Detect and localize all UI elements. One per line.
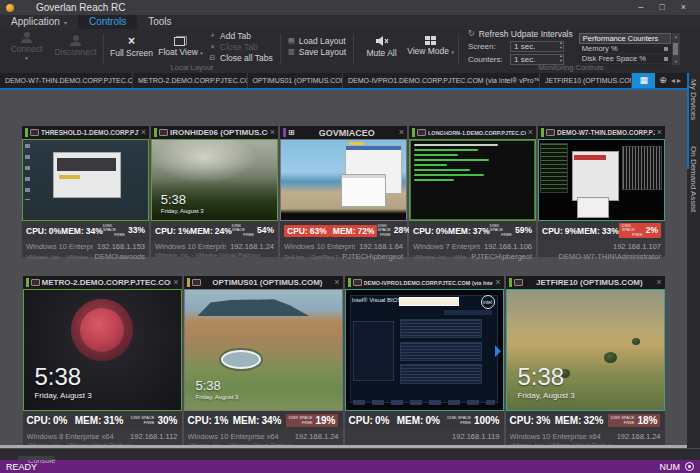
remote-screen[interactable]: 5:38Friday, August 3 bbox=[184, 289, 343, 411]
tile-title: DEMO-IVPRO1.DEMO.CORP.PJTEC.COM (via Int… bbox=[364, 280, 494, 286]
device-tile-demo-w7-thin[interactable]: DEMO-W7-THIN.DEMO.CORP.PJTEC.COM × CPU:9… bbox=[538, 126, 665, 257]
disconnect-button[interactable]: Disconnect bbox=[51, 29, 100, 64]
full-screen-button[interactable]: × Full Screen bbox=[107, 29, 156, 64]
tab-demo-w7-thin[interactable]: DEMO-W7-THIN.DEMO.CORP.PJTEC.COM bbox=[0, 73, 133, 88]
device-tile-metro-2[interactable]: METRO-2.DEMO.CORP.PJTEC.COM × 5:38Friday… bbox=[23, 276, 182, 447]
tab-metro-2[interactable]: METRO-2.DEMO.CORP.PJTEC.COM bbox=[133, 73, 248, 88]
tile-titlebar: JETFIRE10 (OPTIMUS.COM) × bbox=[506, 276, 665, 289]
menu-controls[interactable]: Controls bbox=[78, 15, 137, 29]
close-icon[interactable]: × bbox=[334, 278, 339, 287]
remote-screen[interactable] bbox=[22, 139, 149, 221]
rail-my-devices[interactable]: My Devices bbox=[689, 79, 698, 120]
maximize-icon[interactable]: □ bbox=[659, 3, 664, 12]
menu-application[interactable]: Application▾ bbox=[0, 15, 78, 29]
disk-stat: DISK SPACEFREE28% bbox=[377, 224, 410, 237]
close-icon[interactable]: × bbox=[399, 128, 404, 137]
rail-on-demand-assist[interactable]: On Demand Assist bbox=[689, 146, 698, 212]
checkbox-icon[interactable] bbox=[664, 47, 668, 51]
grid-overview-button[interactable]: ▦ bbox=[632, 73, 655, 88]
remote-command-prompt[interactable] bbox=[409, 139, 536, 221]
device-tile-demo-ivpro1[interactable]: DEMO-IVPRO1.DEMO.CORP.PJTEC.COM (via Int… bbox=[345, 276, 504, 447]
remote-screen[interactable]: 5:38Friday, August 3 bbox=[151, 139, 278, 221]
add-session-button[interactable]: ⊕ bbox=[655, 73, 671, 88]
logged-user: PJTECH\pbergeot bbox=[471, 252, 532, 261]
close-icon[interactable]: × bbox=[495, 278, 500, 287]
tile-info: Windows 10 Enterprise x64192.168.1.153 V… bbox=[22, 240, 149, 257]
desktop-icons bbox=[25, 144, 30, 200]
tile-title: IRONHIDE06 (OPTIMUS.COM) bbox=[170, 128, 268, 137]
tab-scroll-arrows[interactable]: ◂▸ bbox=[671, 73, 687, 88]
tile-titlebar: DEMO-W7-THIN.DEMO.CORP.PJTEC.COM × bbox=[538, 126, 665, 139]
checkbox-icon[interactable] bbox=[664, 57, 668, 61]
device-tile-jetfire10[interactable]: JETFIRE10 (OPTIMUS.COM) × 5:38Friday, Au… bbox=[506, 276, 665, 447]
mem-stat: MEM:37% bbox=[448, 226, 490, 236]
cpu-stat: CPU:9% bbox=[542, 226, 577, 236]
tile-title: LONGHORN-1.DEMO.CORP.PJTEC.COM (via Remo… bbox=[428, 130, 526, 136]
device-grid: THRESHOLD-1.DEMO.CORP.PJTEC.COM × CPU:0%… bbox=[0, 90, 687, 448]
device-tile-longhorn-1[interactable]: LONGHORN-1.DEMO.CORP.PJTEC.COM (via Remo… bbox=[409, 126, 536, 257]
menu-tools[interactable]: Tools bbox=[137, 15, 182, 29]
monitor-icon bbox=[546, 129, 555, 136]
float-view-button[interactable]: Float View ▾ bbox=[156, 29, 205, 64]
tab-optimus01[interactable]: OPTIMUS01 (OPTIMUS.COM) bbox=[248, 73, 344, 88]
disk-stat: DISK SPACEFREE30% bbox=[131, 415, 178, 426]
status-indicator bbox=[412, 128, 415, 137]
person-icon bbox=[69, 35, 82, 46]
device-tile-optimus01[interactable]: OPTIMUS01 (OPTIMUS.COM) × 5:38Friday, Au… bbox=[184, 276, 343, 447]
close-icon[interactable]: × bbox=[141, 128, 146, 137]
remote-screen[interactable]: 5:38Friday, August 3 bbox=[23, 289, 182, 411]
tab-demo-ivpro1[interactable]: DEMO-IVPRO1.DEMO.CORP.PJTEC.COM (via Int… bbox=[343, 73, 540, 88]
mute-speaker-icon bbox=[375, 35, 389, 47]
save-layout-button[interactable]: ▥Save Layout bbox=[288, 47, 346, 57]
screen-interval-spinner[interactable]: 1 sec.▴▾ bbox=[510, 41, 564, 52]
tree-shape bbox=[604, 352, 617, 363]
close-all-tabs-button[interactable]: ⊟Close all Tabs bbox=[209, 53, 273, 63]
add-tab-button[interactable]: +Add Tab bbox=[209, 31, 273, 41]
status-indicator bbox=[187, 278, 190, 287]
performance-counters-list[interactable]: Performance Counters Memory % Disk Free … bbox=[579, 33, 671, 65]
monitor-icon bbox=[417, 129, 426, 136]
tile-title: GOVMIACEO bbox=[297, 128, 397, 138]
bios-search-box bbox=[399, 297, 459, 305]
chevron-down-icon: ▾ bbox=[25, 56, 28, 61]
close-icon[interactable]: × bbox=[681, 3, 686, 12]
remote-screen[interactable] bbox=[538, 139, 665, 221]
ribbon-separator bbox=[458, 34, 459, 65]
load-layout-button[interactable]: ▤Load Layout bbox=[288, 36, 346, 46]
view-mode-button[interactable]: View Mode ▾ bbox=[406, 29, 455, 64]
device-tile-threshold-1[interactable]: THRESHOLD-1.DEMO.CORP.PJTEC.COM × CPU:0%… bbox=[22, 126, 149, 257]
remote-screen[interactable]: 5:38Friday, August 3 bbox=[506, 289, 665, 411]
close-icon[interactable]: × bbox=[656, 278, 661, 287]
remote-screen[interactable] bbox=[280, 139, 407, 221]
cpu-stat: CPU:1% bbox=[188, 415, 229, 426]
mute-all-button[interactable]: Mute All bbox=[357, 29, 406, 64]
numlock-indicator: NUM bbox=[660, 462, 681, 472]
close-icon[interactable]: × bbox=[528, 128, 533, 137]
close-icon[interactable]: × bbox=[173, 278, 178, 287]
stats-bar: CPU:0% MEM:37% DISK SPACEFREE59% bbox=[409, 221, 536, 240]
record-icon bbox=[685, 462, 694, 471]
logged-user: PJTECH\pbergeot bbox=[342, 252, 403, 261]
lock-screen-clock: 5:38Friday, August 3 bbox=[34, 365, 91, 400]
remote-window bbox=[572, 151, 620, 201]
platform-label: Dell Inc. - OptiPlex 7440 AIO bbox=[284, 254, 338, 260]
close-tab-button[interactable]: ×Close Tab bbox=[209, 42, 273, 52]
bios-menu bbox=[353, 400, 494, 405]
tile-titlebar: THRESHOLD-1.DEMO.CORP.PJTEC.COM × bbox=[22, 126, 149, 139]
remote-bios-screen[interactable]: Intel® Visual BIOS intel bbox=[345, 289, 504, 411]
connect-button[interactable]: Connect ▾ bbox=[2, 29, 51, 64]
tile-title: THRESHOLD-1.DEMO.CORP.PJTEC.COM bbox=[41, 129, 139, 136]
tab-jetfire10[interactable]: JETFIRE10 (OPTIMUS.COM) bbox=[540, 73, 633, 88]
close-icon[interactable]: × bbox=[657, 128, 662, 137]
device-tile-govmiaceo[interactable]: ⊞ GOVMIACEO × CPU:63% MEM:72% DIS bbox=[280, 126, 407, 257]
minimize-icon[interactable]: – bbox=[638, 3, 643, 12]
device-tile-ironhide06[interactable]: IRONHIDE06 (OPTIMUS.COM) × 5:38Friday, A… bbox=[151, 126, 278, 257]
console-panel: Console bbox=[0, 448, 700, 460]
plus-icon: + bbox=[209, 32, 216, 39]
counter-memory[interactable]: Memory % bbox=[579, 44, 671, 54]
close-icon[interactable]: × bbox=[270, 128, 275, 137]
scrollbar-thumb[interactable] bbox=[673, 43, 678, 55]
load-layout-icon: ▤ bbox=[288, 37, 295, 45]
scrollbar[interactable]: ▴▾ bbox=[672, 33, 680, 65]
os-label: Windows 8 Enterprise x64 bbox=[27, 432, 114, 441]
